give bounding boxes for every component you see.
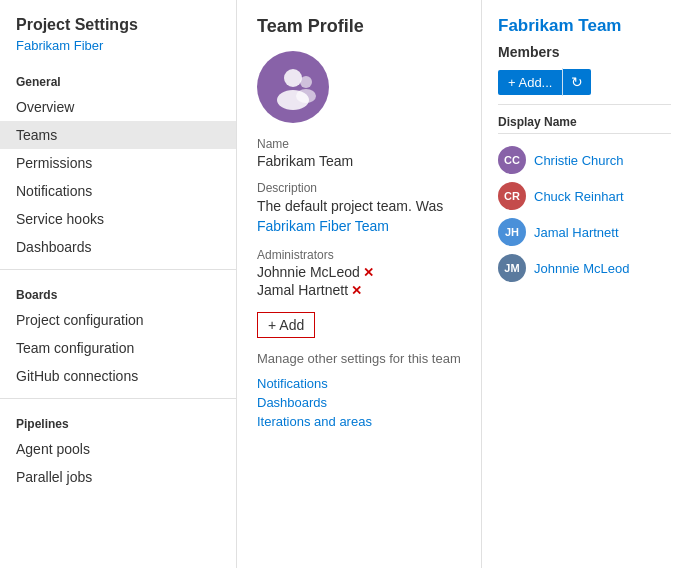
admin-name-1: Jamal Hartnett <box>257 282 348 298</box>
name-value: Fabrikam Team <box>257 153 461 169</box>
description-label: Description <box>257 181 461 195</box>
link-iterations-areas[interactable]: Iterations and areas <box>257 414 461 429</box>
members-toolbar: + Add... ↻ <box>498 68 671 105</box>
name-label: Name <box>257 137 461 151</box>
sidebar: Project Settings Fabrikam Fiber General … <box>0 0 237 568</box>
link-notifications[interactable]: Notifications <box>257 376 461 391</box>
avatar-initials-3: JM <box>504 262 519 274</box>
member-name-0[interactable]: Christie Church <box>534 153 624 168</box>
remove-admin-0-icon[interactable]: ✕ <box>363 265 374 280</box>
avatar-initials-0: CC <box>504 154 520 166</box>
add-administrator-button[interactable]: + Add <box>257 312 315 338</box>
description-link[interactable]: Fabrikam Fiber Team <box>257 218 389 234</box>
administrators-label: Administrators <box>257 248 461 262</box>
sidebar-divider-1 <box>0 269 236 270</box>
right-team-name: Fabrikam Team <box>498 16 671 36</box>
member-name-2[interactable]: Jamal Hartnett <box>534 225 619 240</box>
member-row-3: JM Johnnie McLeod <box>498 250 671 286</box>
sidebar-item-github-connections[interactable]: GitHub connections <box>0 362 236 390</box>
sidebar-divider-2 <box>0 398 236 399</box>
avatar-2: JH <box>498 218 526 246</box>
sidebar-section-pipelines: Pipelines <box>0 407 236 435</box>
member-name-1[interactable]: Chuck Reinhart <box>534 189 624 204</box>
sidebar-item-dashboards[interactable]: Dashboards <box>0 233 236 261</box>
refresh-button[interactable]: ↻ <box>563 69 591 95</box>
main-title: Team Profile <box>257 16 461 37</box>
svg-point-2 <box>300 76 312 88</box>
members-label: Members <box>498 44 671 60</box>
sidebar-section-general: General <box>0 65 236 93</box>
svg-point-0 <box>284 69 302 87</box>
member-row-2: JH Jamal Hartnett <box>498 214 671 250</box>
sidebar-item-team-configuration[interactable]: Team configuration <box>0 334 236 362</box>
admin-item-0: Johnnie McLeod ✕ <box>257 264 461 280</box>
sidebar-item-parallel-jobs[interactable]: Parallel jobs <box>0 463 236 491</box>
member-name-3[interactable]: Johnnie McLeod <box>534 261 629 276</box>
sidebar-item-project-configuration[interactable]: Project configuration <box>0 306 236 334</box>
description-text: The default project team. Was <box>257 198 443 214</box>
avatar-initials-1: CR <box>504 190 520 202</box>
link-dashboards[interactable]: Dashboards <box>257 395 461 410</box>
svg-point-3 <box>296 89 316 103</box>
admin-name-0: Johnnie McLeod <box>257 264 360 280</box>
avatar-initials-2: JH <box>505 226 519 238</box>
sidebar-item-teams[interactable]: Teams <box>0 121 236 149</box>
sidebar-item-service-hooks[interactable]: Service hooks <box>0 205 236 233</box>
add-button-label: + Add <box>268 317 304 333</box>
remove-admin-1-icon[interactable]: ✕ <box>351 283 362 298</box>
avatar-3: JM <box>498 254 526 282</box>
avatar-0: CC <box>498 146 526 174</box>
description-value: The default project team. Was Fabrikam F… <box>257 197 461 236</box>
admin-item-1: Jamal Hartnett ✕ <box>257 282 461 298</box>
sidebar-subtitle[interactable]: Fabrikam Fiber <box>0 38 236 65</box>
display-name-header: Display Name <box>498 115 671 134</box>
team-avatar <box>257 51 329 123</box>
main-content: Team Profile Name Fabrikam Team Descript… <box>237 0 482 568</box>
sidebar-title: Project Settings <box>0 16 236 38</box>
administrators-section: Administrators Johnnie McLeod ✕ Jamal Ha… <box>257 248 461 298</box>
sidebar-item-overview[interactable]: Overview <box>0 93 236 121</box>
sidebar-section-boards: Boards <box>0 278 236 306</box>
member-row-1: CR Chuck Reinhart <box>498 178 671 214</box>
right-panel: Fabrikam Team Members + Add... ↻ Display… <box>482 0 687 568</box>
sidebar-item-agent-pools[interactable]: Agent pools <box>0 435 236 463</box>
manage-label: Manage other settings for this team <box>257 350 461 368</box>
avatar-1: CR <box>498 182 526 210</box>
add-member-button[interactable]: + Add... <box>498 70 562 95</box>
sidebar-item-permissions[interactable]: Permissions <box>0 149 236 177</box>
sidebar-item-notifications[interactable]: Notifications <box>0 177 236 205</box>
member-row-0: CC Christie Church <box>498 142 671 178</box>
